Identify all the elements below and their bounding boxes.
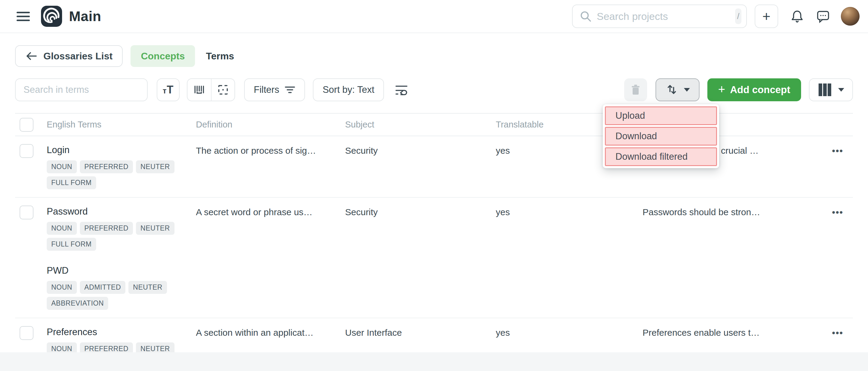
term-badge: NEUTER bbox=[136, 222, 175, 235]
back-button-label: Glossaries List bbox=[43, 51, 113, 62]
term-badge: NOUN bbox=[47, 160, 77, 173]
header-definition: Definition bbox=[196, 120, 345, 130]
columns-dropdown-button[interactable] bbox=[809, 79, 853, 101]
exact-match-icon bbox=[216, 83, 230, 96]
menu-item[interactable]: Download filtered bbox=[605, 147, 717, 166]
app-logo[interactable] bbox=[41, 5, 62, 27]
term-badge: PREFERRED bbox=[80, 160, 133, 173]
match-case-button[interactable]: тT bbox=[157, 79, 180, 101]
menu-item[interactable]: Upload bbox=[605, 106, 717, 125]
term-name: Password bbox=[47, 204, 196, 217]
row-checkbox[interactable] bbox=[20, 144, 33, 158]
create-new-button[interactable]: + bbox=[755, 4, 778, 28]
term-badge: NOUN bbox=[47, 222, 77, 235]
subject-cell: User Interface bbox=[345, 325, 496, 338]
top-app-bar: Main / + bbox=[0, 0, 868, 33]
match-case-icon: тT bbox=[163, 84, 174, 96]
term-badges: NOUNADMITTEDNEUTERABBREVIATION bbox=[47, 281, 196, 310]
row-menu-button[interactable]: ••• bbox=[832, 143, 843, 156]
sort-direction-button[interactable] bbox=[394, 83, 409, 96]
wrap-arrow-icon bbox=[394, 83, 409, 96]
filter-icon bbox=[284, 85, 296, 94]
search-projects-input[interactable] bbox=[597, 10, 730, 22]
row-checkbox[interactable] bbox=[20, 206, 33, 219]
terms-cell: Login NOUNPREFERREDNEUTERFULL FORM bbox=[47, 143, 196, 189]
filters-button[interactable]: Filters bbox=[244, 79, 305, 101]
term-badge: FULL FORM bbox=[47, 238, 96, 251]
columns-icon bbox=[818, 83, 832, 97]
note-cell: Passwords should be stron… bbox=[643, 204, 814, 218]
term-group: PWD NOUNADMITTEDNEUTERABBREVIATION bbox=[47, 264, 196, 310]
page-bottom-strip bbox=[0, 352, 868, 371]
term-badge: NEUTER bbox=[128, 281, 167, 294]
table-header-row: English Terms Definition Subject Transla… bbox=[15, 113, 853, 136]
header-subject: Subject bbox=[345, 120, 496, 130]
search-icon bbox=[579, 10, 592, 23]
concepts-table-body: Login NOUNPREFERREDNEUTERFULL FORM The a… bbox=[15, 136, 853, 371]
definition-cell: The action or process of sig… bbox=[196, 143, 345, 156]
term-badge: ABBREVIATION bbox=[47, 297, 108, 310]
term-group: Password NOUNPREFERREDNEUTERFULL FORM bbox=[47, 204, 196, 251]
delete-selected-button[interactable] bbox=[624, 79, 647, 101]
up-down-arrows-icon bbox=[665, 83, 678, 96]
term-name: Preferences bbox=[47, 325, 196, 338]
import-export-dropdown-button[interactable] bbox=[655, 79, 700, 101]
table-row: Login NOUNPREFERREDNEUTERFULL FORM The a… bbox=[15, 136, 853, 198]
arrow-left-icon bbox=[25, 51, 37, 61]
tab-concepts[interactable]: Concepts bbox=[130, 45, 195, 67]
page-title: Main bbox=[69, 8, 101, 24]
notifications-bell-icon[interactable] bbox=[790, 9, 804, 23]
match-whole-phrase-button[interactable] bbox=[187, 79, 211, 101]
concepts-table: English Terms Definition Subject Transla… bbox=[15, 113, 853, 371]
user-avatar[interactable] bbox=[841, 7, 860, 26]
row-menu-button[interactable]: ••• bbox=[832, 204, 843, 217]
subject-cell: Security bbox=[345, 143, 496, 156]
terms-cell: Password NOUNPREFERREDNEUTERFULL FORM PW… bbox=[47, 204, 196, 310]
menu-item[interactable]: Download bbox=[605, 127, 717, 146]
messages-chat-icon[interactable] bbox=[816, 9, 830, 23]
back-to-glossaries-button[interactable]: Glossaries List bbox=[15, 45, 123, 67]
keyboard-shortcut-badge: / bbox=[735, 8, 741, 24]
translatable-cell: yes bbox=[496, 204, 643, 218]
trash-icon bbox=[629, 83, 642, 96]
select-all-checkbox[interactable] bbox=[20, 118, 33, 132]
term-badge: PREFERRED bbox=[80, 222, 133, 235]
subject-cell: Security bbox=[345, 204, 496, 218]
term-badges: NOUNPREFERREDNEUTERFULL FORM bbox=[47, 160, 196, 189]
sort-by-label: Sort by: Text bbox=[322, 84, 374, 95]
export-menu: UploadDownloadDownload filtered bbox=[603, 104, 719, 168]
glossary-nav: Glossaries List Concepts Terms bbox=[15, 45, 853, 67]
chevron-down-icon bbox=[684, 88, 690, 92]
tab-terms[interactable]: Terms bbox=[203, 45, 237, 67]
add-concept-button[interactable]: + Add concept bbox=[707, 79, 801, 101]
concepts-toolbar: тT Filters Sort by: Text bbox=[15, 79, 853, 101]
plus-icon: + bbox=[718, 83, 725, 96]
term-group: Login NOUNPREFERREDNEUTERFULL FORM bbox=[47, 143, 196, 189]
term-name: PWD bbox=[47, 264, 196, 276]
row-menu-button[interactable]: ••• bbox=[832, 325, 843, 338]
project-search[interactable]: / bbox=[572, 4, 747, 28]
note-cell: Preferences enable users t… bbox=[643, 325, 814, 338]
sort-by-button[interactable]: Sort by: Text bbox=[313, 79, 384, 101]
row-checkbox[interactable] bbox=[20, 326, 33, 340]
search-mode-group bbox=[187, 79, 235, 101]
term-badge: NEUTER bbox=[136, 160, 175, 173]
toolbar-right-group: + Add concept bbox=[624, 79, 853, 101]
whole-phrase-icon bbox=[193, 83, 206, 96]
term-badge: NOUN bbox=[47, 281, 77, 294]
definition-cell: A secret word or phrase us… bbox=[196, 204, 345, 218]
definition-cell: A section within an applicat… bbox=[196, 325, 345, 338]
exact-match-button[interactable] bbox=[211, 79, 235, 101]
hamburger-menu-icon[interactable] bbox=[17, 12, 30, 21]
filters-label: Filters bbox=[254, 84, 279, 95]
add-concept-label: Add concept bbox=[730, 84, 790, 96]
term-name: Login bbox=[47, 143, 196, 156]
term-badge: FULL FORM bbox=[47, 176, 96, 189]
search-in-terms-input[interactable] bbox=[24, 84, 139, 95]
terms-search[interactable] bbox=[15, 79, 148, 101]
header-english-terms: English Terms bbox=[47, 120, 196, 130]
term-badge: ADMITTED bbox=[80, 281, 126, 294]
translatable-cell: yes bbox=[496, 325, 643, 338]
chevron-down-icon bbox=[838, 88, 844, 92]
table-row: Password NOUNPREFERREDNEUTERFULL FORM PW… bbox=[15, 198, 853, 318]
